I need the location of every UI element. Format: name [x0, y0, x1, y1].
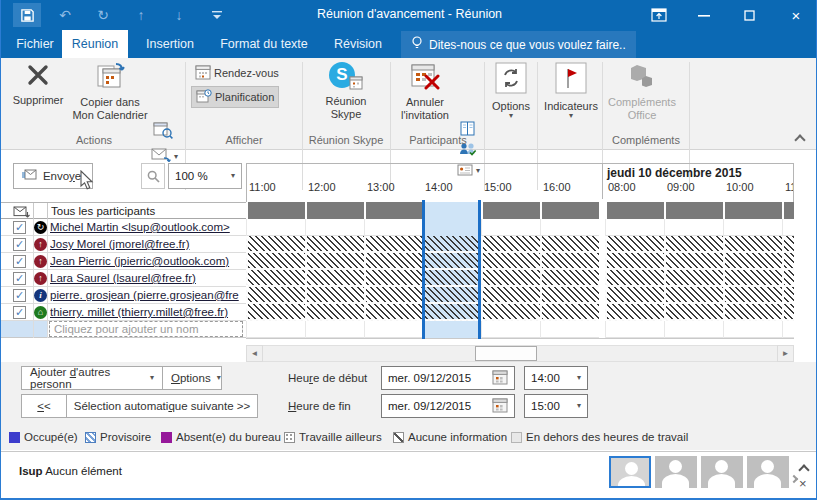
- hour-label: 15:00: [484, 181, 512, 193]
- tab-format-du-texte[interactable]: Format du texte: [211, 30, 317, 58]
- scheduler-options-button[interactable]: Options ▾: [162, 366, 222, 390]
- chevron-down-icon: ▾: [577, 375, 581, 381]
- zoom-search-button[interactable]: [141, 163, 165, 189]
- required-attendee-icon: [34, 238, 47, 251]
- ribbon-display-options-icon[interactable]: [639, 0, 679, 30]
- day-header-label: jeudi 10 décembre 2015: [607, 166, 742, 180]
- attendee-row[interactable]: pierre. grosjean (pierre.grosjean@fre: [1, 287, 246, 304]
- group-label-reunion-skype: Réunion Skype: [304, 134, 388, 146]
- end-time-select[interactable]: 15:00 ▾: [524, 394, 588, 418]
- required-attendee-icon: [34, 272, 47, 285]
- add-attendee-row[interactable]: Cliquez pour ajouter un nom: [1, 321, 246, 338]
- all-attendees-summary-bar-right: [605, 202, 794, 219]
- contact-card-button[interactable]: ▾: [457, 162, 480, 180]
- start-time-select[interactable]: 14:00 ▾: [524, 366, 588, 390]
- avatar[interactable]: [609, 456, 651, 488]
- grid-top-border: [246, 163, 794, 164]
- organizer-icon: [34, 221, 47, 234]
- close-icon[interactable]: ×: [774, 0, 817, 30]
- cancel-invitation-button[interactable]: Annuler l'invitation: [394, 60, 456, 122]
- hour-label: 08:00: [608, 181, 636, 193]
- hour-label: 12:00: [308, 181, 336, 193]
- tab-insertion[interactable]: Insertion: [131, 30, 209, 58]
- attendee-name-link[interactable]: Michel Martin <lsup@outlook.com>: [50, 221, 246, 233]
- attendee-checkbox[interactable]: [13, 255, 26, 268]
- outlook-meeting-window: ↶ ↻ ↑ ↓ Réunion d'avancement - Réunion ×…: [0, 0, 817, 500]
- contact-card-icon: [457, 162, 473, 180]
- attendee-name-link[interactable]: Lara Saurel (lsaurel@free.fr): [50, 272, 246, 284]
- attendee-name-link[interactable]: pierre. grosjean (pierre.grosjean@fre: [50, 289, 246, 301]
- legend-item-busy: Occupé(e): [9, 430, 78, 444]
- attendee-row[interactable]: Jean Pierric (jpierric@outlook.com): [1, 253, 246, 270]
- tab-fichier[interactable]: Fichier: [9, 30, 61, 58]
- attendee-name-link[interactable]: thierry. millet (thierry.millet@free.fr): [50, 306, 246, 318]
- group-separator: [302, 62, 303, 190]
- autopick-next-button[interactable]: Sélection automatique suivante >>: [66, 394, 258, 418]
- minimize-icon[interactable]: [684, 0, 724, 30]
- attendee-row[interactable]: Lara Saurel (lsaurel@free.fr): [1, 270, 246, 287]
- group-separator: [537, 62, 538, 190]
- delete-button[interactable]: Supprimer: [9, 60, 67, 107]
- people-pane-close-icon[interactable]: ×: [799, 476, 807, 491]
- attendee-checkbox[interactable]: [13, 306, 26, 319]
- tab-revision[interactable]: Révision: [319, 30, 397, 58]
- attendee-row[interactable]: thierry. millet (thierry.millet@free.fr): [1, 304, 246, 321]
- attendee-checkbox[interactable]: [13, 221, 26, 234]
- attendee-row[interactable]: Michel Martin <lsup@outlook.com>: [1, 219, 246, 236]
- attendee-checkbox[interactable]: [13, 238, 26, 251]
- scrollbar-thumb[interactable]: [475, 346, 537, 361]
- collapse-ribbon-icon[interactable]: [796, 130, 804, 148]
- required-attendee-icon: [34, 255, 47, 268]
- attendee-name-link[interactable]: Josy Morel (jmorel@free.fr): [50, 238, 246, 250]
- attendee-name-link[interactable]: Jean Pierric (jpierric@outlook.com): [50, 255, 246, 267]
- people-pane-more-icon[interactable]: [791, 468, 797, 486]
- start-date-picker[interactable]: mer. 09/12/2015: [381, 366, 515, 390]
- lightbulb-icon: [411, 36, 423, 53]
- avatar[interactable]: [655, 456, 697, 488]
- attendees-header-label: Tous les participants: [51, 205, 155, 217]
- start-time-label: Heure de début: [288, 372, 367, 384]
- tentative-swatch: [85, 432, 96, 443]
- scheduling-view-button[interactable]: Planification: [191, 86, 279, 108]
- attendee-row[interactable]: Josy Morel (jmorel@free.fr): [1, 236, 246, 253]
- hour-label: 09:00: [667, 181, 695, 193]
- end-date-value: mer. 09/12/2015: [388, 400, 471, 412]
- indicators-dropdown-button[interactable]: Indicateurs ▾: [540, 60, 602, 119]
- hour-labels-left: 11:00 12:00 13:00 14:00 15:00 16:00: [246, 181, 599, 198]
- autopick-previous-button[interactable]: <<: [21, 394, 67, 418]
- scroll-right-icon[interactable]: ►: [777, 345, 794, 362]
- scheduling-calendar-icon: [196, 89, 212, 106]
- maximize-icon[interactable]: [729, 0, 769, 30]
- office-addins-cube-icon: [627, 62, 657, 93]
- zoom-level-select[interactable]: 100 % ▾: [168, 163, 242, 189]
- tell-me-box[interactable]: Dites-nous ce que vous voulez faire..: [401, 31, 636, 58]
- skype-meeting-button[interactable]: S Réunion Skype: [306, 60, 386, 121]
- group-label-afficher: Afficher: [189, 134, 299, 146]
- chevron-down-icon: ▾: [577, 403, 581, 409]
- send-icon: [21, 169, 37, 183]
- group-separator: [484, 62, 485, 190]
- options-dropdown-button[interactable]: Options ▾: [487, 60, 535, 119]
- autopick-previous-label: <<: [37, 400, 50, 412]
- selection-end-handle[interactable]: [478, 200, 481, 339]
- no-information-hatch-right: [605, 236, 794, 321]
- tab-reunion[interactable]: Réunion: [62, 30, 128, 58]
- attendee-checkbox[interactable]: [13, 272, 26, 285]
- avatar[interactable]: [701, 456, 743, 488]
- add-others-button[interactable]: Ajouter d'autres personn ▾: [21, 366, 163, 390]
- delete-x-icon: [25, 62, 51, 91]
- appointment-view-button[interactable]: Rendez-vous: [191, 62, 283, 84]
- scheduler-options-label: Options: [171, 372, 211, 384]
- selection-start-handle[interactable]: [422, 200, 425, 339]
- group-label-actions: Actions: [7, 134, 181, 146]
- legend-item-out-of-office: Absent(e) du bureau: [161, 430, 281, 444]
- recurrence-options-icon: [495, 62, 527, 97]
- avatar[interactable]: [747, 456, 789, 488]
- copy-to-calendar-button[interactable]: Copier dans Mon Calendrier: [67, 60, 153, 122]
- end-time-value: 15:00: [531, 400, 560, 412]
- add-attendee-placeholder[interactable]: Cliquez pour ajouter un nom: [49, 321, 243, 337]
- copy-calendar-icon: [94, 62, 126, 93]
- attendee-checkbox[interactable]: [13, 289, 26, 302]
- scroll-left-icon[interactable]: ◄: [246, 345, 263, 362]
- end-date-picker[interactable]: mer. 09/12/2015: [381, 394, 515, 418]
